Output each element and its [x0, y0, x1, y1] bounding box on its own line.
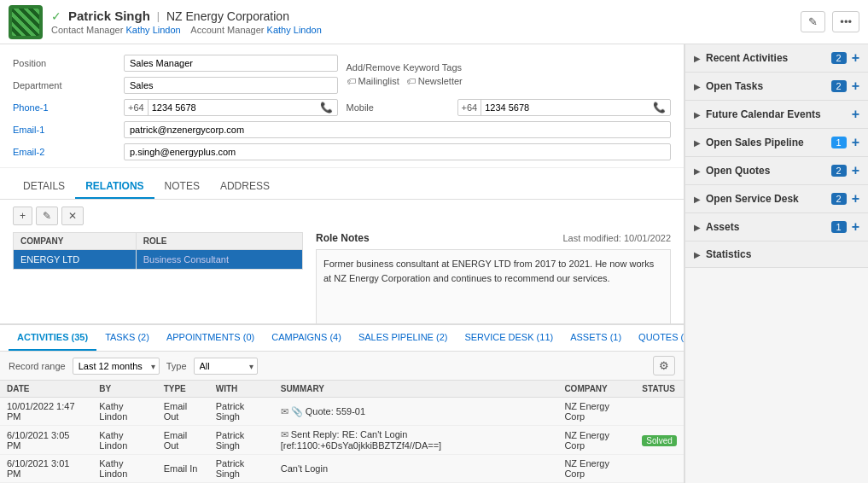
relation-company: ENERGY LTD: [14, 250, 137, 270]
open-tasks-title: Open Tasks: [706, 80, 831, 92]
table-row[interactable]: ENERGY LTD Business Consultant: [14, 250, 303, 270]
email1-input[interactable]: [124, 121, 671, 138]
activities-tabs: ACTIVITIES (35) TASKS (2) APPOINTMENTS (…: [0, 325, 684, 352]
chevron-icon: ▶: [694, 82, 701, 91]
role-notes-panel: Role Notes Last modified: 10/01/2022 For…: [316, 232, 671, 312]
edit-relation-button[interactable]: ✎: [36, 207, 58, 225]
act-tab-appointments[interactable]: APPOINTMENTS (0): [158, 325, 263, 351]
table-row[interactable]: 6/10/2021 3:05 PM Kathy Lindon Email Out…: [0, 426, 684, 455]
col-summary: SUMMARY: [274, 381, 558, 398]
mobile-call-icon[interactable]: 📞: [649, 100, 670, 115]
sales-pipeline-header[interactable]: ▶ Open Sales Pipeline 1 +: [685, 129, 868, 156]
detail-tabs: DETAILS RELATIONS NOTES ADDRESS: [0, 168, 684, 200]
right-section-open-quotes: ▶ Open Quotes 2 +: [685, 157, 868, 185]
row-date: 10/01/2022 1:47 PM: [0, 398, 92, 426]
row-type: Email In: [157, 455, 209, 483]
open-tasks-header[interactable]: ▶ Open Tasks 2 +: [685, 73, 868, 100]
mobile-number[interactable]: [481, 100, 649, 115]
department-label: Department: [13, 80, 115, 90]
tag-newsletter[interactable]: 🏷 Newsletter: [406, 76, 463, 86]
chevron-icon: ▶: [694, 166, 701, 176]
type-label: Type: [166, 361, 187, 371]
add-open-quotes-button[interactable]: +: [852, 164, 859, 177]
act-tab-assets[interactable]: ASSETS (1): [562, 325, 630, 351]
row-summary: Can't Login: [274, 455, 558, 483]
avatar: [9, 5, 43, 39]
email2-input[interactable]: [124, 143, 671, 160]
activity-table-wrap: DATE BY TYPE WITH SUMMARY COMPANY STATUS…: [0, 381, 684, 483]
add-sales-pipeline-button[interactable]: +: [852, 136, 859, 149]
row-with: Patrick Singh: [209, 426, 274, 455]
add-relation-button[interactable]: +: [13, 207, 32, 225]
header: ✓ Patrick Singh | NZ Energy Corporation …: [0, 0, 868, 44]
keyword-title: Add/Remove Keyword Tags: [347, 62, 672, 73]
tag-label-2: Newsletter: [418, 76, 463, 86]
position-input[interactable]: [124, 55, 338, 72]
add-open-tasks-button[interactable]: +: [852, 79, 859, 93]
act-tab-tasks[interactable]: TASKS (2): [96, 325, 158, 351]
act-tab-campaigns[interactable]: CAMPAIGNS (4): [263, 325, 350, 351]
add-assets-button[interactable]: +: [852, 220, 859, 234]
tab-details[interactable]: DETAILS: [13, 175, 75, 199]
add-recent-activities-button[interactable]: +: [852, 51, 859, 65]
delete-relation-button[interactable]: ✕: [61, 207, 84, 225]
account-manager-link[interactable]: Kathy Lindon: [267, 25, 322, 35]
assets-header[interactable]: ▶ Assets 1 +: [685, 213, 868, 241]
statistics-header[interactable]: ▶ Statistics: [685, 242, 868, 267]
open-tasks-badge: 2: [831, 80, 847, 92]
header-info: ✓ Patrick Singh | NZ Energy Corporation …: [51, 9, 801, 35]
tab-relations[interactable]: RELATIONS: [75, 175, 154, 199]
tab-notes[interactable]: NOTES: [154, 175, 210, 199]
sales-pipeline-title: Open Sales Pipeline: [706, 137, 831, 148]
chevron-icon: ▶: [694, 110, 701, 119]
settings-button[interactable]: ⚙: [653, 356, 675, 375]
act-tab-quotes[interactable]: QUOTES (3): [630, 325, 684, 351]
right-section-assets: ▶ Assets 1 +: [685, 213, 868, 242]
open-quotes-badge: 2: [831, 165, 847, 177]
phone1-call-icon[interactable]: 📞: [316, 100, 337, 115]
row-status: [635, 455, 684, 483]
chevron-icon: ▶: [694, 250, 701, 259]
relations-section: + ✎ ✕ COMPANY ROLE: [0, 200, 684, 323]
recent-activities-header[interactable]: ▶ Recent Activities 2 +: [685, 44, 868, 72]
bottom-section: ACTIVITIES (35) TASKS (2) APPOINTMENTS (…: [0, 323, 684, 483]
record-range-select[interactable]: Last 12 months Last 6 months Last 3 mont…: [73, 358, 160, 375]
edit-button[interactable]: ✎: [801, 11, 825, 32]
act-tab-service[interactable]: SERVICE DESK (11): [456, 325, 562, 351]
more-button[interactable]: •••: [832, 11, 859, 32]
open-quotes-header[interactable]: ▶ Open Quotes 2 +: [685, 157, 868, 184]
col-with: WITH: [209, 381, 274, 398]
add-service-desk-button[interactable]: +: [852, 192, 859, 206]
table-row[interactable]: 6/10/2021 3:01 PM Kathy Lindon Email In …: [0, 455, 684, 483]
type-select[interactable]: All Email In Email Out: [194, 358, 258, 375]
row-date: 6/10/2021 3:01 PM: [0, 455, 92, 483]
main-layout: Position Department Add/Remove Keyword T…: [0, 44, 868, 483]
act-tab-sales[interactable]: SALES PIPELINE (2): [350, 325, 457, 351]
attach-icon: 📎: [291, 406, 303, 416]
type-select-wrap: All Email In Email Out: [194, 358, 258, 375]
col-date: DATE: [0, 381, 92, 398]
col-type: TYPE: [157, 381, 209, 398]
phone1-input-group: +64 📞: [124, 99, 338, 116]
tab-address[interactable]: ADDRESS: [210, 175, 280, 199]
col-by: BY: [92, 381, 156, 398]
sales-pipeline-badge: 1: [831, 137, 847, 148]
act-tab-activities[interactable]: ACTIVITIES (35): [9, 325, 96, 351]
mobile-input-group: +64 📞: [457, 99, 672, 116]
tag-mailinglist[interactable]: 🏷 Mailinglist: [347, 76, 399, 86]
email1-label: Email-1: [13, 125, 115, 135]
service-desk-badge: 2: [831, 193, 847, 205]
add-calendar-button[interactable]: +: [852, 108, 859, 121]
department-input[interactable]: [124, 77, 338, 94]
calendar-title: Future Calendar Events: [706, 108, 852, 120]
role-notes-text: Former business consultant at ENERGY LTD…: [316, 249, 671, 323]
service-desk-header[interactable]: ▶ Open Service Desk 2 +: [685, 185, 868, 212]
calendar-header[interactable]: ▶ Future Calendar Events +: [685, 101, 868, 128]
phone1-number[interactable]: [149, 100, 316, 115]
row-status: [635, 398, 684, 426]
table-row[interactable]: 10/01/2022 1:47 PM Kathy Lindon Email Ou…: [0, 398, 684, 426]
contact-manager-link[interactable]: Kathy Lindon: [125, 25, 180, 35]
statistics-title: Statistics: [706, 248, 859, 260]
right-section-statistics: ▶ Statistics: [685, 242, 868, 268]
status-badge: Solved: [642, 435, 677, 446]
